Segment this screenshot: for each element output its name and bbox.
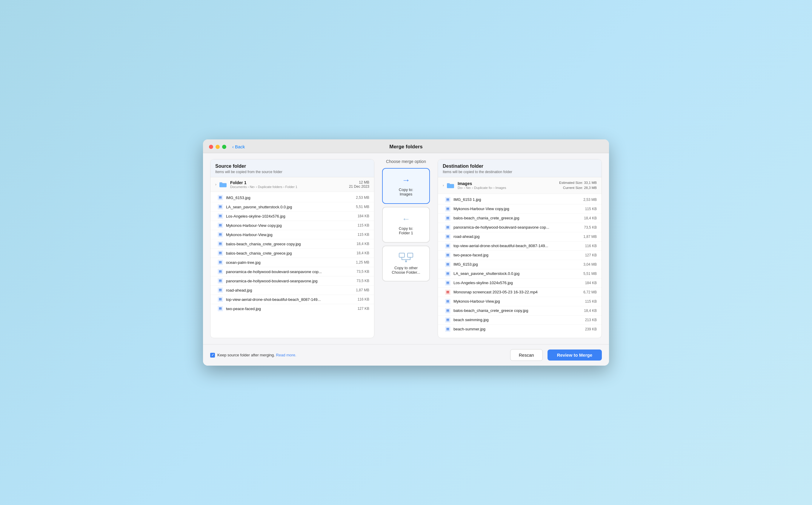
dest-folder-path: Do› › Ne› › Duplicate fo› › Images — [458, 186, 559, 189]
source-size-main: 12 MB — [349, 180, 369, 184]
dest-file-row: beach-summer.jpg 239 KB — [438, 325, 602, 334]
source-file-row: Los-Angeles-skyline-1024x576.jpg 184 KB — [210, 212, 374, 221]
rescan-button[interactable]: Rescan — [510, 349, 543, 361]
source-panel: Source folder Items will be copied from … — [210, 159, 374, 338]
file-name: Mykonos-Harbour-View.jpg — [226, 232, 355, 237]
file-name: panoramica-de-hollywood-boulevard-seanpa… — [226, 270, 354, 274]
dest-panel-title: Destination folder — [443, 164, 597, 169]
file-size: 115 KB — [585, 299, 597, 304]
file-thumbnail — [218, 204, 223, 209]
dest-panel-subtitle: Items will be copied to the destination … — [443, 170, 597, 174]
source-folder-date: 21 Dec 2023 — [349, 184, 369, 189]
copy-to-source-button[interactable]: ← Copy to: Folder 1 — [382, 207, 430, 243]
file-name: Mykonos-Harbour-View.jpg — [454, 299, 583, 304]
file-thumbnail — [218, 278, 223, 284]
dest-file-row: LA_sean_pavone_shutterstock.0.0.jpg 5,51… — [438, 269, 602, 279]
dest-file-row: Los-Angeles-skyline-1024x576.jpg 184 KB — [438, 279, 602, 288]
minimize-button[interactable] — [215, 145, 220, 149]
file-size: 1,87 MB — [583, 234, 597, 239]
file-thumbnail — [445, 215, 451, 221]
file-name: two-peace-faced.jpg — [226, 307, 355, 311]
file-size: 73,5 KB — [356, 279, 369, 283]
file-thumbnail — [445, 317, 451, 323]
dest-estimated-size: Estimated Size: 33,1 MB — [559, 180, 597, 185]
copy-to-dest-button[interactable]: → Copy to: Images — [382, 168, 430, 204]
file-size: 184 KB — [585, 281, 597, 285]
option3-label: Copy to other Choose Folder... — [392, 266, 420, 275]
dest-file-row: balos-beach_chania_crete_greece copy.jpg… — [438, 306, 602, 316]
file-name: IMG_6153.jpg — [226, 195, 353, 200]
copy-to-other-button[interactable]: Copy to other Choose Folder... — [382, 245, 430, 282]
file-thumbnail — [218, 223, 223, 228]
file-name: beach-summer.jpg — [454, 327, 583, 331]
file-name: panoramica-de-hollywood-boulevard-seanpa… — [226, 279, 354, 283]
file-thumbnail — [445, 280, 451, 286]
svg-rect-25 — [219, 307, 221, 309]
svg-rect-39 — [447, 245, 449, 246]
file-size: 1,87 MB — [356, 288, 369, 292]
svg-rect-17 — [219, 271, 221, 272]
source-folder-name: Folder 1 — [230, 180, 349, 185]
file-size: 18,4 KB — [584, 216, 597, 220]
svg-rect-27 — [408, 253, 413, 257]
svg-rect-41 — [447, 254, 449, 256]
file-thumbnail — [445, 252, 451, 258]
file-size: 115 KB — [585, 207, 597, 211]
file-size: 127 KB — [358, 307, 369, 311]
file-thumbnail — [218, 241, 223, 246]
source-header: Source folder Items will be copied from … — [210, 159, 374, 177]
dest-file-row: IMG_6153.jpg 3,04 MB — [438, 260, 602, 269]
file-thumbnail — [445, 271, 451, 276]
svg-rect-7 — [219, 224, 221, 226]
file-thumbnail — [218, 250, 223, 256]
read-more-link[interactable]: Read more. — [276, 353, 296, 357]
source-file-row: ocean-palm-tree.jpg 1,25 MB — [210, 258, 374, 267]
dest-chevron-icon[interactable]: › — [443, 183, 444, 187]
dest-file-row: Mykonos-Harbour-View.jpg 115 KB — [438, 297, 602, 306]
svg-rect-3 — [219, 206, 221, 207]
file-name: LA_sean_pavone_shutterstock.0.0.jpg — [454, 271, 581, 276]
file-size: 184 KB — [358, 214, 369, 218]
file-name: IMG_6153.jpg — [454, 262, 581, 267]
dest-folder-row: › Images Do› › Ne› › Duplicate fo› › Ima… — [438, 177, 602, 194]
maximize-button[interactable] — [222, 145, 226, 149]
svg-rect-21 — [219, 289, 221, 291]
close-button[interactable] — [209, 145, 213, 149]
panels-row: Source folder Items will be copied from … — [210, 159, 602, 338]
svg-rect-26 — [399, 253, 404, 257]
file-size: 73,5 KB — [584, 225, 597, 229]
arrow-left-icon: ← — [402, 214, 410, 224]
dest-folder-info: Images Do› › Ne› › Duplicate fo› › Image… — [458, 181, 559, 189]
back-label: Back — [235, 144, 245, 149]
file-size: 18,4 KB — [356, 251, 369, 255]
checkbox-label: Keep source folder after merging. Read m… — [217, 353, 296, 357]
window-title: Merge folders — [389, 144, 423, 150]
file-size: 73,5 KB — [356, 270, 369, 274]
review-to-merge-button[interactable]: Review to Merge — [547, 349, 602, 360]
keep-source-checkbox[interactable]: ✓ — [210, 353, 215, 358]
source-folder-row: › Folder 1 Documents › Ne› › Duplicate f… — [210, 177, 374, 192]
file-size: 116 KB — [358, 297, 369, 302]
file-thumbnail — [445, 225, 451, 230]
svg-rect-13 — [219, 252, 221, 254]
back-chevron-icon: ‹ — [232, 144, 234, 149]
file-thumbnail — [445, 234, 451, 239]
file-size: 213 KB — [585, 318, 597, 322]
file-name: Monosnap screencast 2023-05-23 16-33-22.… — [454, 290, 581, 294]
svg-rect-43 — [447, 263, 449, 265]
source-file-row: panoramica-de-hollywood-boulevard-seanpa… — [210, 267, 374, 276]
svg-rect-5 — [219, 215, 221, 217]
file-thumbnail — [445, 299, 451, 304]
dest-file-row: two-peace-faced.jpg 127 KB — [438, 251, 602, 260]
file-name: beach swimming.jpg — [454, 318, 583, 322]
source-file-row: LA_sean_pavone_shutterstock.0.0.jpg 5,51… — [210, 202, 374, 212]
svg-rect-51 — [447, 300, 449, 302]
source-chevron-icon[interactable]: › — [215, 182, 216, 187]
file-name: panoramica-de-hollywood-boulevard-seanpa… — [454, 225, 582, 229]
file-thumbnail — [218, 260, 223, 265]
dest-file-row: panoramica-de-hollywood-boulevard-seanpa… — [438, 223, 602, 232]
source-file-row: balos-beach_chania_crete_greece.jpg 18,4… — [210, 248, 374, 258]
back-button[interactable]: ‹ Back — [232, 144, 245, 149]
file-name: ocean-palm-tree.jpg — [226, 260, 353, 265]
file-size: 115 KB — [358, 223, 369, 227]
